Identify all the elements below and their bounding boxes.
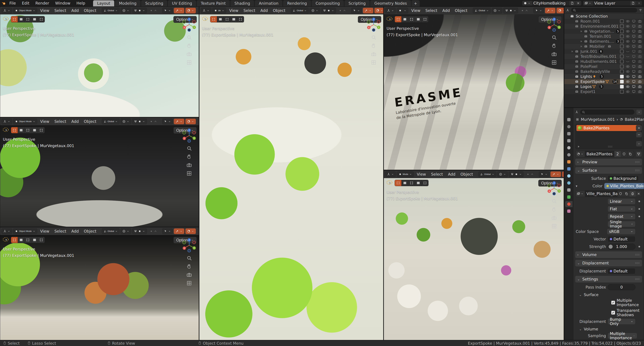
- move-view-icon[interactable]: [551, 43, 557, 49]
- mode-dropdown[interactable]: [397, 8, 408, 13]
- proportional-editing-toggle[interactable]: [148, 8, 159, 13]
- blender-logo-icon[interactable]: [2, 1, 6, 5]
- exclude-checkbox[interactable]: [620, 85, 624, 88]
- hide-eye-icon[interactable]: [626, 69, 630, 73]
- disable-render-icon[interactable]: [638, 19, 642, 23]
- select-mode-intersect[interactable]: [38, 127, 44, 133]
- pivot-point-dropdown[interactable]: [120, 228, 131, 234]
- navigation-gizmo[interactable]: [182, 128, 196, 143]
- select-menu[interactable]: Select: [52, 8, 68, 13]
- xray-toggle[interactable]: [197, 8, 199, 13]
- lasso-select-tool-icon[interactable]: [386, 180, 393, 186]
- zoom-icon[interactable]: [551, 34, 557, 40]
- outliner-item-label[interactable]: Vegetation.001: [590, 29, 614, 33]
- slot-specials-dropdown[interactable]: [636, 141, 642, 147]
- zoom-icon[interactable]: [186, 34, 192, 40]
- outliner-row[interactable]: Scene Collection: [564, 14, 644, 19]
- select-mode-extend[interactable]: [217, 16, 224, 22]
- outliner-row[interactable]: Room.001: [564, 19, 644, 24]
- overlays-toggle[interactable]: [562, 171, 564, 177]
- object-menu[interactable]: Object: [82, 8, 98, 13]
- properties-tab[interactable]: [565, 187, 572, 193]
- zoom-icon[interactable]: [371, 34, 376, 40]
- pivot-point-dropdown[interactable]: [497, 171, 508, 177]
- unlink-image-button[interactable]: [636, 191, 642, 197]
- show-gizmos-dropdown[interactable]: [351, 8, 362, 13]
- breadcrumb-material[interactable]: Bake2Plantes: [625, 117, 644, 122]
- editor-type-button[interactable]: [385, 8, 396, 13]
- workspace-tab[interactable]: Modeling: [115, 0, 141, 6]
- lasso-select-tool-icon[interactable]: [386, 16, 393, 22]
- select-mode-subtract[interactable]: [24, 127, 31, 133]
- properties-tab[interactable]: [565, 201, 572, 207]
- transform-orientation-dropdown[interactable]: Global: [473, 8, 491, 13]
- hide-eye-icon[interactable]: [626, 80, 630, 84]
- object-menu[interactable]: Object: [271, 8, 288, 13]
- surface-panel-header[interactable]: ⌄Surface: [575, 167, 642, 174]
- outliner-row[interactable]: Vegetation.001 5: [564, 29, 644, 34]
- transform-orientation-dropdown[interactable]: Global: [102, 119, 120, 124]
- unlink-material-button[interactable]: [633, 151, 634, 157]
- breadcrumb-object[interactable]: MurVegetaux.001: [581, 117, 615, 122]
- hide-eye-icon[interactable]: [626, 19, 630, 23]
- exclude-checkbox[interactable]: [620, 65, 624, 68]
- settings-panel-header[interactable]: ⌄Settings: [575, 276, 642, 283]
- camera-view-icon[interactable]: [186, 51, 192, 57]
- workspace-tab[interactable]: Layout: [93, 0, 114, 6]
- remove-slot-button[interactable]: [636, 132, 642, 138]
- show-gizmos-dropdown[interactable]: [162, 8, 173, 13]
- show-gizmos-dropdown[interactable]: [162, 119, 173, 124]
- hide-eye-closed-icon[interactable]: [626, 54, 630, 58]
- camera-view-icon[interactable]: [371, 51, 376, 57]
- select-mode-intersect[interactable]: [38, 237, 44, 243]
- view-layer-browse-button[interactable]: [583, 1, 593, 5]
- topbar-menu[interactable]: Edit: [19, 1, 32, 6]
- object-menu[interactable]: Object: [453, 8, 470, 13]
- projection-dropdown[interactable]: Flat: [608, 206, 636, 212]
- outliner-row[interactable]: Environnement.001: [564, 24, 644, 29]
- disable-render-icon[interactable]: [638, 90, 642, 94]
- proportional-editing-toggle[interactable]: [519, 8, 530, 13]
- object-menu[interactable]: Object: [82, 119, 98, 124]
- move-view-icon[interactable]: [186, 264, 192, 269]
- add-slot-button[interactable]: [636, 125, 642, 131]
- select-mode-extend[interactable]: [402, 16, 408, 22]
- properties-tab[interactable]: [565, 159, 572, 165]
- delete-view-layer-button[interactable]: [636, 1, 642, 5]
- material-name-field[interactable]: Bake2Plantes: [585, 152, 614, 156]
- properties-search-input[interactable]: [580, 110, 634, 115]
- select-mode-set[interactable]: [11, 237, 18, 243]
- outliner-search-input[interactable]: [571, 8, 637, 12]
- view-menu[interactable]: View: [227, 8, 240, 13]
- gizmos-toggle[interactable]: [545, 8, 556, 13]
- exclude-checkbox[interactable]: [620, 29, 624, 33]
- outliner-row[interactable]: Test/Bidouilles.001: [564, 54, 644, 59]
- list-resize-grip[interactable]: [608, 146, 613, 148]
- hide-eye-icon[interactable]: [626, 74, 630, 79]
- select-mode-intersect[interactable]: [38, 16, 44, 22]
- view-menu[interactable]: View: [38, 119, 52, 124]
- volume-panel-header[interactable]: ›Volume: [575, 251, 642, 258]
- gizmos-toggle[interactable]: [174, 8, 184, 13]
- properties-tab[interactable]: [565, 124, 572, 130]
- fake-user-button[interactable]: [621, 151, 627, 157]
- camera-view-icon[interactable]: [551, 51, 557, 57]
- 3d-viewport[interactable]: Object Mode View Select Add Object Globa…: [0, 227, 199, 340]
- select-mode-intersect[interactable]: [422, 16, 428, 22]
- disable-viewport-icon[interactable]: [632, 29, 636, 33]
- proportional-editing-toggle[interactable]: [337, 8, 348, 13]
- hide-eye-closed-icon[interactable]: [626, 49, 630, 53]
- browse-material-button[interactable]: [576, 151, 585, 157]
- mode-dropdown[interactable]: Object Mode: [13, 228, 37, 234]
- disable-render-icon[interactable]: [638, 34, 642, 38]
- vector-field[interactable]: Default: [608, 236, 636, 242]
- properties-tab[interactable]: [565, 173, 572, 179]
- select-mode-subtract[interactable]: [24, 237, 31, 243]
- navigation-gizmo[interactable]: [182, 17, 196, 32]
- workspace-tab[interactable]: Scripting: [344, 0, 370, 6]
- object-menu[interactable]: Object: [82, 229, 98, 233]
- workspace-tab[interactable]: Sculpting: [141, 0, 167, 6]
- hide-eye-icon[interactable]: [626, 24, 630, 28]
- snap-toggle[interactable]: [321, 8, 336, 13]
- disable-viewport-icon[interactable]: [632, 34, 636, 38]
